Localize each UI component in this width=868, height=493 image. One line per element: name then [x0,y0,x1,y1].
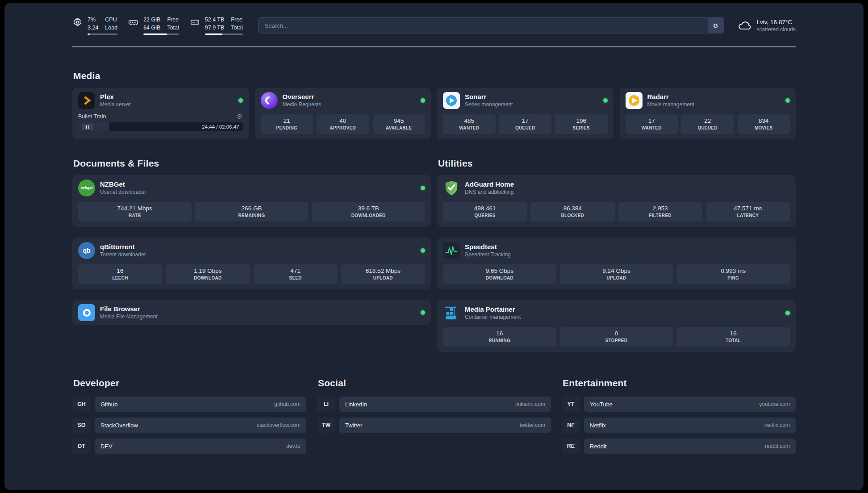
stat-tile: 16 LEECH [78,264,162,284]
bookmark-abbr: LI [317,397,335,412]
stat-value: 9.24 Gbps [562,267,672,274]
service-name: AdGuard Home [465,180,514,189]
filebrowser-icon [78,304,95,321]
sonarr-icon [443,92,460,109]
stat-value: 834 [739,117,789,124]
cpu-widget: 7% 3.24 CPU Load [72,16,117,35]
bookmark-twitter[interactable]: TW Twitter twitter.com [317,418,551,433]
service-card-plex[interactable]: Plex Media server Bullet Train ⚙ [72,88,249,139]
bookmark-name: LinkedIn [345,401,367,408]
disk-total-label: Total [231,24,242,32]
service-name: NZBGet [100,180,146,189]
service-subtitle: Speedtest Tracking [465,251,511,258]
disk-total-value: 97.9 TB [205,24,225,32]
bookmark-pill: Github github.com [95,397,306,412]
bookmark-url: twitter.com [520,422,545,428]
gear-icon[interactable]: ⚙ [237,113,242,120]
service-card-overseerr[interactable]: Overseerr Media Requests 21 PENDING 40 A… [255,88,431,139]
stat-value: 945 [375,117,424,124]
service-card-radarr[interactable]: Radarr Movie management 17 WANTED 22 QUE… [620,88,796,139]
stat-tile: 945 AVAILABLE [373,114,426,134]
stat-tile: 0.993 ms PING [676,264,790,284]
memory-widget: 22 GiB 64 GiB Free Total [128,16,179,35]
bookmark-abbr: YT [562,397,580,412]
section-title-social: Social [318,378,551,389]
service-card-qbittorrent[interactable]: qb qBittorrent Torrent downloader 16 LEE… [72,238,431,289]
stat-tile: 9.65 Gbps DOWNLOAD [443,264,556,284]
bookmark-url: dev.to [286,443,300,449]
bookmark-dev[interactable]: DT DEV dev.to [72,439,306,454]
stat-label: DOWNLOAD [167,276,248,280]
bookmark-youtube[interactable]: YT YouTube youtube.com [562,397,796,412]
status-dot [421,248,425,253]
bookmark-reddit[interactable]: RE Reddit reddit.com [562,439,796,454]
stat-tile: 196 SERIES [555,114,608,134]
section-utilities: Utilities [437,158,796,352]
stat-tile: 471 SEED [254,264,338,284]
bookmark-stackoverflow[interactable]: SO StackOverflow stackoverflow.com [72,418,306,433]
service-card-filebrowser[interactable]: File Browser Media File Management [72,300,431,325]
stat-label: WANTED [445,125,494,130]
disk-usage-meter [205,33,243,35]
cpu-load-value: 3.24 [88,24,98,32]
service-card-portainer[interactable]: Media Portainer Container management 16 … [437,300,796,352]
nzbget-icon: nzbget [78,180,95,196]
stat-label: RUNNING [445,338,555,343]
memory-free-label: Free [167,16,179,24]
bookmark-linkedin[interactable]: LI LinkedIn linkedin.com [317,397,551,412]
service-card-speedtest[interactable]: Speedtest Speedtest Tracking 9.65 Gbps D… [437,238,796,289]
stat-value: 21 [263,117,312,124]
bookmark-url: github.com [274,401,300,407]
service-name: Radarr [647,93,694,101]
stat-label: WANTED [627,125,676,130]
stat-value: 744.21 Mbps [80,205,190,212]
stat-tile: 266 GB REMAINING [195,202,309,221]
bookmark-name: YouTube [590,401,613,408]
stat-label: SEED [255,276,336,280]
stat-tile: 618.52 Mbps UPLOAD [341,264,425,284]
stat-value: 22 [683,117,732,124]
dashboard-window: 7% 3.24 CPU Load [4,3,864,490]
status-dot [238,98,243,103]
memory-total-value: 64 GiB [143,24,160,32]
service-card-adguard[interactable]: AdGuard Home DNS and adblocking 498,461 … [437,175,796,227]
stat-value: 471 [255,267,336,274]
bookmark-pill: YouTube youtube.com [584,397,796,412]
section-title-documents: Documents & Files [73,158,431,169]
service-name: qBittorrent [100,243,146,251]
dashboard-content: 7% 3.24 CPU Load [72,3,796,477]
service-subtitle: Container management [465,314,521,321]
stat-label: FILTERED [620,213,701,218]
memory-usage-meter [143,33,179,35]
search-provider-button[interactable]: G [708,18,724,33]
service-card-sonarr[interactable]: Sonarr Series management 485 WANTED 17 Q… [437,88,613,139]
stat-value: 39.6 TB [313,205,423,212]
pause-button[interactable] [82,124,93,130]
bookmark-abbr: GH [72,397,91,412]
service-name: File Browser [100,305,158,313]
weather-location: Lviv, 16.87°C [757,18,796,26]
stat-label: MOVIES [739,125,789,130]
disk-icon [190,17,200,27]
stat-tile: 40 APPROVED [317,114,369,134]
bookmark-github[interactable]: GH Github github.com [72,397,306,412]
bookmark-netflix[interactable]: NF Netflix netflix.com [562,418,796,433]
stat-value: 47.571 ms [708,205,788,212]
bookmark-url: linkedin.com [515,401,545,407]
status-dot [603,98,608,103]
cpu-label: CPU [105,16,117,24]
stat-label: QUEUED [683,125,732,130]
plex-now-playing: Bullet Train ⚙ 24:44 / 02:06:47 [78,113,243,131]
section-title-entertainment: Entertainment [563,378,796,389]
stat-value: 196 [557,117,606,124]
service-subtitle: Media Requests [283,101,321,108]
stat-value: 2,953 [620,205,701,212]
stat-tile: 47.571 ms LATENCY [706,202,790,221]
bookmark-name: Twitter [345,422,362,429]
playback-progress-bar[interactable]: 24:44 / 02:06:47 [78,122,243,131]
search-input[interactable] [258,17,724,33]
service-name: Overseerr [283,93,321,101]
service-card-nzbget[interactable]: nzbget NZBGet Usenet downloader 744.21 M… [72,175,431,227]
cpu-percent: 7% [88,16,98,24]
bookmark-name: Github [100,401,117,408]
